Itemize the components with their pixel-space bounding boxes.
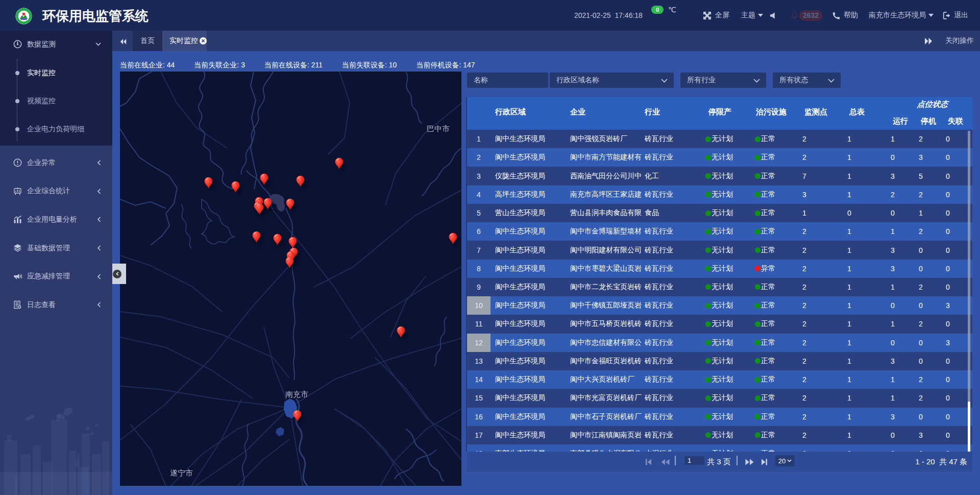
map-pin-icon[interactable] <box>286 198 295 210</box>
sidebar-item[interactable]: 基础数据管理 <box>0 234 112 263</box>
tab-home[interactable]: 首页 <box>133 31 162 51</box>
map-pin-icon[interactable] <box>285 256 294 269</box>
sidebar-item[interactable]: 企业用电量分析 <box>0 205 112 234</box>
cell-company: 阆中明阳建材有限公司 <box>565 241 642 259</box>
cell-lost: 0 <box>929 167 966 185</box>
sidebar-item[interactable]: 企业综合统计 <box>0 177 112 206</box>
map-pin-icon[interactable] <box>231 181 240 193</box>
cell-stop: 6 <box>912 444 929 452</box>
bullet-icon <box>15 71 19 75</box>
next-page-icon[interactable] <box>745 459 754 465</box>
page-size-select[interactable]: 20 <box>775 455 795 466</box>
cell-lost: 0 <box>929 444 966 452</box>
org-menu[interactable]: 南充市生态环境局 <box>869 0 934 31</box>
status-dot-icon <box>755 284 761 290</box>
table-row[interactable]: 13阆中生态环境局阆中市金福旺页岩机砖砖瓦行业无计划正常21300 <box>467 352 972 370</box>
map-pin-icon[interactable] <box>263 198 272 210</box>
tabs-scroll-left-icon[interactable] <box>120 38 127 47</box>
logout-button[interactable]: 退出 <box>943 0 968 31</box>
table-row[interactable]: 8阆中生态环境局阆中市枣碧大梁山页岩砖瓦行业无计划异常21300 <box>467 260 972 278</box>
table-row[interactable]: 15阆中生态环境局阆中市光富页岩机砖厂砖瓦行业无计划正常21120 <box>467 389 972 407</box>
table-row[interactable]: 2阆中生态环境局阆中市南方节能建材有砖瓦行业无计划正常21030 <box>467 148 972 167</box>
mute-button[interactable] <box>770 0 776 31</box>
table-body: 1阆中生态环境局阆中强锐页岩砖厂砖瓦行业无计划正常211202阆中生态环境局阆中… <box>467 130 972 452</box>
status-select[interactable]: 所有状态 <box>773 73 841 88</box>
tabs-scroll-right-icon[interactable] <box>924 37 933 45</box>
table-row[interactable]: 4高坪生态环境局南充市高坪区王家店建砖瓦行业无计划正常31220 <box>467 185 972 204</box>
table-row[interactable]: 17阆中生态环境局阆中市江南镇阆南页岩砖瓦行业无计划正常21030 <box>467 426 972 444</box>
table-row[interactable]: 16阆中生态环境局阆中市石子页岩机砖厂砖瓦行业无计划正常21300 <box>467 408 972 426</box>
table-row[interactable]: 14阆中生态环境局阆中大兴页岩机砖厂砖瓦行业无计划正常21120 <box>467 370 972 389</box>
table-row[interactable]: 9阆中生态环境局阆中市二龙长宝页岩砖砖瓦行业无计划正常21120 <box>467 278 972 296</box>
cell-run: 0 <box>873 426 912 444</box>
map-pin-icon[interactable] <box>273 233 282 246</box>
sidebar-subitem[interactable]: 视频监控 <box>0 87 112 115</box>
table-row[interactable]: 11阆中生态环境局阆中市五马桥页岩机砖砖瓦行业无计划正常21120 <box>467 315 972 333</box>
map[interactable]: 巴中市南充市遂宁市 <box>120 72 461 486</box>
row-index: 13 <box>467 352 491 370</box>
last-page-icon[interactable] <box>761 459 768 465</box>
cell-limit: 无计划 <box>702 334 749 352</box>
sidebar-item[interactable]: 应急减排管理 <box>0 262 112 291</box>
cell-run: 0 <box>873 148 912 167</box>
cell-limit: 无计划 <box>702 408 749 426</box>
cell-run: 3 <box>873 241 912 259</box>
status-dot-icon <box>755 395 761 401</box>
table-row[interactable]: 12阆中生态环境局阆中市忠信建材有限公砖瓦行业无计划正常21003 <box>467 334 972 352</box>
close-operations-button[interactable]: 关闭操作 <box>945 36 974 45</box>
map-pin-icon[interactable] <box>255 203 264 215</box>
notifications[interactable]: 2632 <box>791 0 822 31</box>
status-dot-icon <box>705 266 711 271</box>
companies-table: 行政区域 企业 行业 停限产 治污设施 监测点 总表 点位状态 运行 停机 失联… <box>467 97 972 452</box>
chevron-down-icon <box>787 459 792 462</box>
map-pin-icon[interactable] <box>293 410 302 422</box>
cell-run: 1 <box>873 130 912 148</box>
table-header: 行政区域 企业 行业 停限产 治污设施 监测点 总表 点位状态 运行 停机 失联 <box>467 97 972 130</box>
table-row[interactable]: 18南部生态环境局南部县砚化水泥有限公水泥行业无计划正常62360 <box>467 444 972 452</box>
map-pin-icon[interactable] <box>296 175 305 187</box>
map-pin-icon[interactable] <box>335 157 344 170</box>
industry-select[interactable]: 所有行业 <box>680 73 766 88</box>
tab-close-icon[interactable] <box>200 37 207 44</box>
map-pin-icon[interactable] <box>252 231 261 243</box>
table-row[interactable]: 10阆中生态环境局阆中千佛镇五郎垭页岩砖瓦行业无计划正常21003 <box>467 296 972 315</box>
help-button[interactable]: 帮助 <box>832 0 858 31</box>
map-pin-icon[interactable] <box>204 177 213 189</box>
first-page-icon[interactable] <box>645 459 652 465</box>
cell-industry: 砖瓦行业 <box>642 370 702 389</box>
cell-company: 西南油气田分公司川中 <box>565 167 642 185</box>
speaker-icon <box>770 12 776 19</box>
table-row[interactable]: 6阆中生态环境局阆中市金博瑞新型墙材砖瓦行业无计划正常21120 <box>467 222 972 241</box>
cell-run: 1 <box>873 315 912 333</box>
cell-lost: 3 <box>929 334 966 352</box>
cell-industry: 水泥行业 <box>642 444 702 452</box>
prev-page-icon[interactable] <box>661 459 670 465</box>
table-row[interactable]: 1阆中生态环境局阆中强锐页岩砖厂砖瓦行业无计划正常21120 <box>467 130 972 148</box>
map-pin-icon[interactable] <box>449 232 457 245</box>
fullscreen-button[interactable]: 全屏 <box>703 0 729 31</box>
sidebar-subitem-active[interactable]: 实时监控 <box>0 59 112 87</box>
cell-lost: 0 <box>929 408 966 426</box>
table-row[interactable]: 7阆中生态环境局阆中明阳建材有限公司砖瓦行业无计划正常21300 <box>467 241 972 259</box>
row-index: 14 <box>467 370 491 389</box>
scrollbar-thumb[interactable] <box>968 402 970 455</box>
page-number-input[interactable] <box>684 456 704 465</box>
tab-realtime-monitor[interactable]: 实时监控 <box>162 31 207 51</box>
table-scrollbar[interactable] <box>968 131 970 455</box>
cell-company: 阆中市忠信建材有限公 <box>565 334 642 352</box>
table-row[interactable]: 3仪陇生态环境局西南油气田分公司川中化工无计划正常71350 <box>467 167 972 185</box>
region-select[interactable]: 行政区域名称 <box>550 73 674 88</box>
cell-meters: 1 <box>825 185 873 204</box>
org-label: 南充市生态环境局 <box>869 11 926 20</box>
table-row[interactable]: 5营山生态环境局营山县润丰肉食品有限食品无计划正常10010 <box>467 204 972 222</box>
search-name-input[interactable]: 名称 <box>467 73 548 88</box>
theme-menu[interactable]: 主题 <box>741 0 763 31</box>
sidebar-subitem[interactable]: 企业电力负荷明细 <box>0 115 112 143</box>
sidebar-item[interactable]: 日志查看 <box>0 291 112 319</box>
cell-facility: 正常 <box>749 204 783 222</box>
map-pin-icon[interactable] <box>397 326 405 338</box>
sidebar-group-data-monitor[interactable]: 数据监测 <box>0 31 112 58</box>
sidebar-collapse-button[interactable] <box>112 264 126 284</box>
map-pin-icon[interactable] <box>260 173 268 185</box>
sidebar-item[interactable]: 企业异常 <box>0 149 112 177</box>
